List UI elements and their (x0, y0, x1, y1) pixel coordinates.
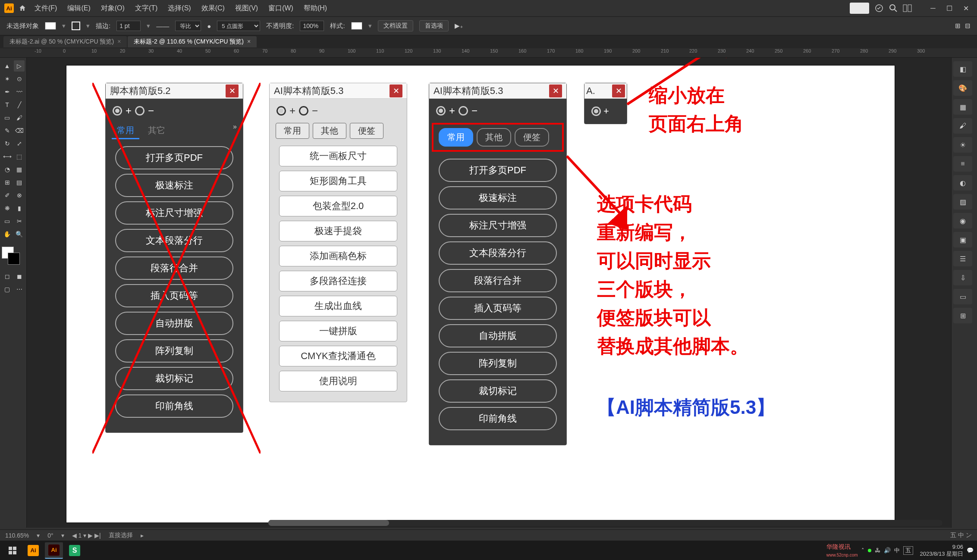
radio-icon[interactable] (436, 106, 446, 116)
script-button[interactable]: 包装盒型2.0 (279, 196, 397, 216)
script-button[interactable]: 插入页码等 (115, 284, 233, 307)
selection-tool[interactable]: ▲ (2, 60, 13, 72)
menu-window[interactable]: 窗口(W) (265, 2, 297, 15)
taskbar-app-script[interactable]: S (66, 542, 84, 559)
script-button[interactable]: 裁切标记 (115, 367, 233, 390)
close-icon[interactable]: × (117, 38, 121, 45)
script-button[interactable]: 矩形圆角工具 (279, 171, 397, 191)
align-icon[interactable]: ▶₊ (455, 22, 463, 30)
maximize-button[interactable]: ☐ (942, 3, 956, 13)
tray-ime-icon[interactable]: 中 (894, 547, 900, 554)
doc-tab-1[interactable]: 未标题-2.ai @ 50 % (CMYK/CPU 预览)× (3, 36, 127, 47)
free-transform-tool[interactable]: ⬚ (14, 151, 25, 162)
start-button[interactable] (3, 542, 22, 559)
tray-status-icon[interactable] (868, 549, 871, 552)
width-tool[interactable]: ⟷ (2, 151, 13, 162)
shape-builder-tool[interactable]: ◔ (2, 164, 13, 175)
swatches-panel-icon[interactable]: ▦ (953, 99, 972, 115)
mesh-tool[interactable]: ⊞ (2, 177, 13, 188)
draw-mode-normal[interactable]: ◻ (2, 271, 13, 282)
script-button[interactable]: 打开多页PDF (439, 159, 557, 182)
tab-other[interactable]: 其他 (477, 128, 511, 147)
artboards-panel-icon[interactable]: ▭ (953, 289, 972, 304)
scale-dropdown[interactable]: 等比 (175, 21, 201, 31)
panel-toggle-icon[interactable]: ⊞ (955, 22, 961, 30)
artboard-tool[interactable]: ▭ (2, 216, 13, 227)
fill-swatch[interactable] (45, 22, 56, 30)
script-button[interactable]: 极速标注 (115, 174, 233, 197)
symbol-sprayer-tool[interactable]: ❋ (2, 203, 13, 214)
brushes-panel-icon[interactable]: 🖌 (953, 118, 972, 134)
cloud-sync-icon[interactable] (874, 3, 884, 13)
tray-keyboard-icon[interactable]: 五 (903, 546, 913, 555)
menu-edit[interactable]: 编辑(E) (64, 2, 94, 15)
radio-icon[interactable] (135, 106, 145, 116)
libraries-panel-icon[interactable]: ⊞ (953, 308, 972, 323)
script-button[interactable]: 插入页码等 (439, 297, 557, 320)
type-tool[interactable]: T (2, 99, 13, 110)
gradient-tool[interactable]: ▤ (14, 177, 25, 188)
zoom-level[interactable]: 110.65% (5, 532, 29, 539)
stroke-panel-icon[interactable]: ≡ (953, 156, 972, 172)
tab-common[interactable]: 常用 (276, 123, 309, 139)
radio-icon[interactable] (113, 106, 122, 116)
radio-icon[interactable] (459, 106, 468, 116)
menu-type[interactable]: 文字(T) (132, 2, 161, 15)
pen-tool[interactable]: ✒ (2, 86, 13, 97)
graph-tool[interactable]: ▮ (14, 203, 25, 214)
menu-file[interactable]: 文件(F) (31, 2, 60, 15)
home-icon[interactable] (17, 3, 28, 13)
script-button[interactable]: 裁切标记 (439, 379, 557, 403)
asset-export-panel-icon[interactable]: ⇩ (953, 270, 972, 285)
script-button[interactable]: 极速标注 (439, 186, 557, 210)
direct-selection-tool[interactable]: ▷ (14, 60, 25, 72)
opacity-input[interactable] (300, 21, 324, 31)
tab-other[interactable]: 其他 (313, 123, 346, 139)
tray-notifications-icon[interactable]: 💬 (967, 547, 974, 554)
curvature-tool[interactable]: 〰 (14, 86, 25, 97)
script-button[interactable]: 添加画稿色标 (279, 246, 397, 266)
graphic-styles-panel-icon[interactable]: ▣ (953, 232, 972, 247)
color-panel-icon[interactable]: 🎨 (953, 80, 972, 96)
script-button[interactable]: 阵列复制 (115, 339, 233, 363)
tab-notes[interactable]: 便签 (515, 128, 549, 147)
layers-panel-icon[interactable]: ☰ (953, 251, 972, 266)
close-button[interactable]: ✕ (959, 3, 973, 13)
eyedropper-tool[interactable]: ✐ (2, 190, 13, 201)
script-button[interactable]: 生成出血线 (279, 296, 397, 316)
rectangle-tool[interactable]: ▭ (2, 112, 13, 123)
close-icon[interactable]: ✕ (226, 84, 239, 97)
panel-toggle-icon-2[interactable]: ⊟ (965, 22, 971, 30)
scale-tool[interactable]: ⤢ (14, 138, 25, 149)
draw-mode-behind[interactable]: ◼ (14, 271, 25, 282)
properties-panel-icon[interactable]: ◧ (953, 61, 972, 77)
blend-tool[interactable]: ⊗ (14, 190, 25, 201)
script-button[interactable]: 段落行合并 (439, 269, 557, 292)
chevron-right-icon[interactable]: » (233, 123, 237, 139)
brush-tool[interactable]: 🖌 (14, 112, 25, 123)
slice-tool[interactable]: ✂ (14, 216, 25, 227)
tray-network-icon[interactable]: 🖧 (875, 547, 880, 554)
stroke-weight-input[interactable] (116, 21, 141, 31)
radio-icon[interactable] (591, 106, 601, 116)
stroke-swatch[interactable] (72, 22, 80, 30)
tray-clock[interactable]: 9:062023/8/13 星期日 (920, 544, 963, 557)
tab-other[interactable]: 其它 (143, 123, 170, 139)
shaper-tool[interactable]: ✎ (2, 125, 13, 136)
rotate-tool[interactable]: ↻ (2, 138, 13, 149)
menu-view[interactable]: 视图(V) (232, 2, 261, 15)
eraser-tool[interactable]: ⌫ (14, 125, 25, 136)
canvas[interactable]: 脚本精简版5.2 ✕ + − 常用 其它 » 打开多页PDF极速标注标注尺寸增强… (27, 58, 951, 528)
artboard-nav[interactable]: ◀ 1 ▾ ▶ ▶| (72, 532, 101, 539)
tab-common[interactable]: 常用 (112, 123, 139, 139)
script-button[interactable]: 文本段落分行 (439, 241, 557, 265)
close-icon[interactable]: ✕ (612, 84, 625, 97)
radio-icon[interactable] (299, 106, 308, 116)
script-button[interactable]: 使用说明 (279, 371, 397, 391)
menu-help[interactable]: 帮助(H) (300, 2, 330, 15)
prefs-button[interactable]: 首选项 (419, 20, 449, 31)
close-icon[interactable]: × (247, 38, 251, 45)
script-button[interactable]: 统一画板尺寸 (279, 146, 397, 166)
script-button[interactable]: 标注尺寸增强 (439, 214, 557, 237)
close-icon[interactable]: ✕ (549, 84, 562, 97)
